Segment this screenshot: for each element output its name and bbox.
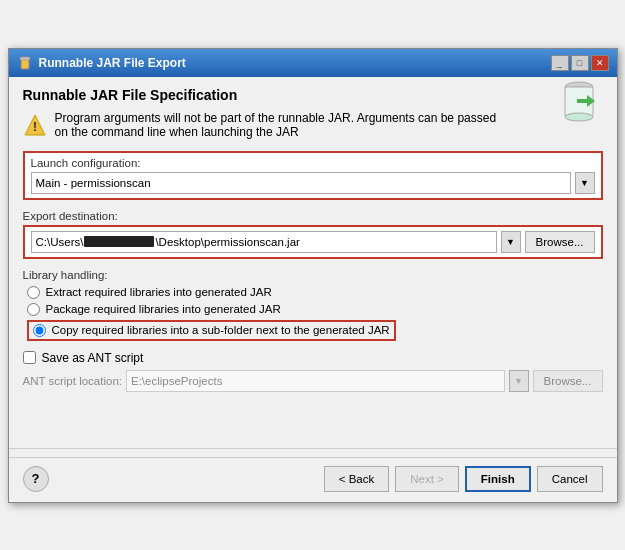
ant-location-arrow: ▼ bbox=[509, 370, 529, 392]
cancel-button[interactable]: Cancel bbox=[537, 466, 603, 492]
finish-button[interactable]: Finish bbox=[465, 466, 531, 492]
library-radio-group: Extract required libraries into generate… bbox=[23, 286, 603, 341]
svg-point-4 bbox=[565, 113, 593, 121]
library-option-1-label: Extract required libraries into generate… bbox=[46, 286, 272, 298]
ant-section: Save as ANT script ANT script location: … bbox=[23, 351, 603, 392]
ant-location-label: ANT script location: bbox=[23, 375, 123, 387]
export-dest-browse-button[interactable]: Browse... bbox=[525, 231, 595, 253]
launch-config-row: Main - permissionscan ▼ bbox=[31, 172, 595, 194]
library-option-1: Extract required libraries into generate… bbox=[27, 286, 603, 299]
ant-checkbox-row: Save as ANT script bbox=[23, 351, 603, 365]
library-handling-label: Library handling: bbox=[23, 269, 603, 281]
launch-config-dropdown[interactable]: Main - permissionscan bbox=[31, 172, 571, 194]
dialog-window: Runnable JAR File Export _ □ ✕ Runnable … bbox=[8, 48, 618, 503]
title-bar-icon bbox=[17, 55, 33, 71]
jar-decoration-icon bbox=[555, 77, 603, 128]
close-button[interactable]: ✕ bbox=[591, 55, 609, 71]
ant-checkbox-label: Save as ANT script bbox=[42, 351, 144, 365]
ant-browse-button: Browse... bbox=[533, 370, 603, 392]
title-bar-controls: _ □ ✕ bbox=[551, 55, 609, 71]
warning-text: Program arguments will not be part of th… bbox=[55, 111, 497, 139]
bottom-left: ? bbox=[23, 466, 49, 492]
window-title: Runnable JAR File Export bbox=[39, 56, 186, 70]
export-dest-wrapper: Export destination: C:\Users\\Desktop\pe… bbox=[23, 210, 603, 259]
library-option-3-label: Copy required libraries into a sub-folde… bbox=[52, 324, 390, 336]
library-option-2-label: Package required libraries into generate… bbox=[46, 303, 281, 315]
library-option-3: Copy required libraries into a sub-folde… bbox=[27, 320, 603, 341]
title-bar-left: Runnable JAR File Export bbox=[17, 55, 186, 71]
back-button[interactable]: < Back bbox=[324, 466, 389, 492]
warning-box: ! Program arguments will not be part of … bbox=[23, 111, 603, 139]
svg-text:!: ! bbox=[33, 120, 37, 134]
ant-location-row: ANT script location: ▼ Browse... bbox=[23, 370, 603, 392]
launch-config-arrow[interactable]: ▼ bbox=[575, 172, 595, 194]
section-title: Runnable JAR File Specification bbox=[23, 87, 603, 103]
minimize-button[interactable]: _ bbox=[551, 55, 569, 71]
library-radio-2[interactable] bbox=[27, 303, 40, 316]
launch-config-label: Launch configuration: bbox=[31, 157, 595, 169]
main-content: Runnable JAR File Specification ! Progra… bbox=[9, 77, 617, 440]
help-button[interactable]: ? bbox=[23, 466, 49, 492]
svg-rect-6 bbox=[577, 99, 587, 103]
ant-checkbox[interactable] bbox=[23, 351, 36, 364]
library-handling-section: Library handling: Extract required libra… bbox=[23, 269, 603, 341]
library-radio-1[interactable] bbox=[27, 286, 40, 299]
ant-location-input bbox=[126, 370, 505, 392]
launch-config-group: Launch configuration: Main - permissions… bbox=[23, 151, 603, 200]
bottom-divider bbox=[9, 448, 617, 449]
bottom-right: < Back Next > Finish Cancel bbox=[324, 466, 603, 492]
export-dest-label: Export destination: bbox=[23, 210, 603, 222]
export-dest-arrow[interactable]: ▼ bbox=[501, 231, 521, 253]
warning-icon: ! bbox=[23, 113, 47, 137]
svg-rect-1 bbox=[20, 57, 30, 60]
bottom-bar: ? < Back Next > Finish Cancel bbox=[9, 457, 617, 502]
next-button[interactable]: Next > bbox=[395, 466, 459, 492]
maximize-button[interactable]: □ bbox=[571, 55, 589, 71]
export-dest-display: C:\Users\\Desktop\permissionscan.jar bbox=[31, 231, 497, 253]
library-option-3-highlighted: Copy required libraries into a sub-folde… bbox=[27, 320, 396, 341]
library-radio-3[interactable] bbox=[33, 324, 46, 337]
library-option-2: Package required libraries into generate… bbox=[27, 303, 603, 316]
title-bar: Runnable JAR File Export _ □ ✕ bbox=[9, 49, 617, 77]
